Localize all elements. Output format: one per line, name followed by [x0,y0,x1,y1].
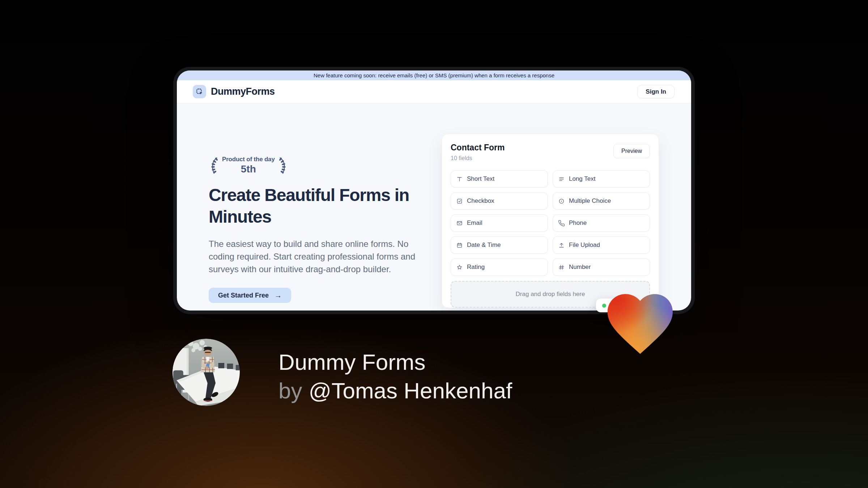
star-icon [456,264,463,271]
award-label: Product of the day [222,156,275,163]
headline-line2: Minutes [209,206,440,228]
heart-icon [605,293,675,355]
field-label: Number [569,264,591,271]
headline-line1: Create Beautiful Forms in [209,184,440,206]
browser-window: New feature coming soon: receive emails … [173,67,695,314]
app-window: New feature coming soon: receive emails … [177,70,691,311]
field-label: Multiple Choice [569,197,611,205]
sign-in-button[interactable]: Sign In [637,85,675,98]
field-type-short-text[interactable]: Short Text [451,170,548,188]
avatar [173,339,240,406]
field-type-email[interactable]: Email [451,214,548,232]
award-rank: 5th [222,163,275,175]
field-type-file-upload[interactable]: File Upload [553,236,650,254]
field-type-grid: Short Text Long Text Che [451,170,650,276]
award-text: Product of the day 5th [222,156,275,175]
preview-button[interactable]: Preview [613,144,650,158]
brand-name: DummyForms [211,86,275,97]
hero-section: Product of the day 5th [209,156,440,303]
field-label: Email [467,219,482,227]
field-count: 10 fields [451,155,505,162]
arrow-right-icon: → [275,291,282,300]
field-label: File Upload [569,241,600,249]
product-of-the-day-badge: Product of the day 5th [209,156,288,175]
hero-description: The easiest way to build and share onlin… [209,237,418,275]
caption-byline: by@Tomas Henkenhaf [278,376,512,405]
promo-canvas: New feature coming soon: receive emails … [0,0,868,488]
checkbox-icon [456,198,463,205]
field-type-rating[interactable]: Rating [451,258,548,276]
file-upload-icon [558,242,565,249]
field-label: Date & Time [467,241,501,249]
page-content: Product of the day 5th [177,103,691,311]
byline-author: @Tomas Henkenhaf [309,378,512,403]
multiple-choice-icon [558,198,565,205]
dropzone-text: Drag and drop fields here [516,291,585,298]
field-type-number[interactable]: Number [553,258,650,276]
phone-icon [558,220,565,227]
field-label: Short Text [467,175,494,183]
field-type-checkbox[interactable]: Checkbox [451,192,548,210]
dashed-selection-cursor-icon [193,85,206,98]
long-text-icon [558,176,565,183]
form-title: Contact Form [451,143,505,153]
brand-logo[interactable]: DummyForms [193,85,275,98]
announcement-banner: New feature coming soon: receive emails … [177,70,691,80]
form-title-block: Contact Form 10 fields [451,143,505,162]
page-title: Create Beautiful Forms inMinutes [209,184,440,228]
get-started-label: Get Started Free [218,292,269,299]
email-icon [456,220,463,227]
field-type-multiple-choice[interactable]: Multiple Choice [553,192,650,210]
field-type-date-time[interactable]: Date & Time [451,236,548,254]
laurel-right-icon [278,156,288,175]
app-header: DummyForms Sign In [177,80,691,103]
field-label: Checkbox [467,197,494,205]
field-type-phone[interactable]: Phone [553,214,650,232]
form-builder-card: Contact Form 10 fields Preview Short Tex… [442,134,659,308]
field-label: Phone [569,219,587,227]
calendar-icon [456,242,463,249]
laurel-left-icon [209,156,219,175]
field-type-long-text[interactable]: Long Text [553,170,650,188]
short-text-icon [456,176,463,183]
field-label: Rating [467,264,485,271]
get-started-button[interactable]: Get Started Free → [209,288,291,303]
avatar-photo [173,339,240,406]
form-builder-header: Contact Form 10 fields Preview [451,143,650,162]
field-label: Long Text [569,175,595,183]
announcement-text: New feature coming soon: receive emails … [314,72,554,78]
hash-icon [558,264,565,271]
caption: Dummy Forms by@Tomas Henkenhaf [278,348,512,405]
caption-title: Dummy Forms [278,348,512,376]
byline-prefix: by [278,378,302,403]
